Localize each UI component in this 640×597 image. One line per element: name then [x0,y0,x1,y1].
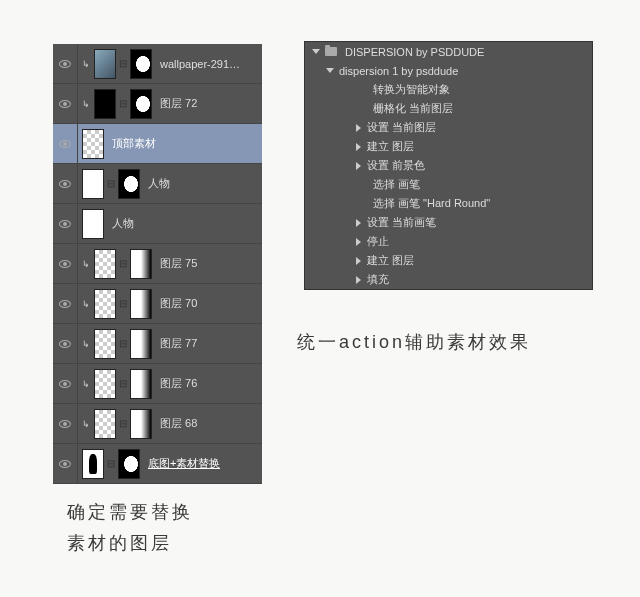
step-label: 停止 [367,234,389,249]
link-icon: ⊟ [118,377,128,391]
visibility-toggle[interactable] [53,140,77,148]
layer-row[interactable]: ⊟底图+素材替换 [53,444,262,484]
folder-icon [325,47,337,56]
chevron-right-icon [353,124,363,132]
layer-name[interactable]: 顶部素材 [112,136,156,151]
action-step[interactable]: 转换为智能对象 [305,80,592,99]
layer-thumb[interactable] [94,329,116,359]
layer-row[interactable]: 人物 [53,204,262,244]
action-step[interactable]: 停止 [305,232,592,251]
action-step[interactable]: 设置 当前图层 [305,118,592,137]
action-step[interactable]: 设置 前景色 [305,156,592,175]
layer-thumb[interactable] [94,409,116,439]
visibility-toggle[interactable] [53,420,77,428]
link-icon: ⊟ [106,177,116,191]
layer-row[interactable]: ↳⊟图层 75 [53,244,262,284]
layer-thumb[interactable] [94,89,116,119]
layer-thumb[interactable] [94,369,116,399]
chevron-right-icon [353,257,363,265]
eye-icon [59,260,71,268]
caption-text: 确定需要替换 [67,497,193,528]
layer-thumb[interactable] [94,289,116,319]
thumb-group: ↳⊟ [78,409,156,439]
chevron-right-icon [353,276,363,284]
thumb-group: ⊟ [78,169,144,199]
step-label: 建立 图层 [367,139,414,154]
mask-thumb[interactable] [130,409,152,439]
visibility-toggle[interactable] [53,260,77,268]
visibility-toggle[interactable] [53,220,77,228]
layer-name[interactable]: 图层 70 [160,296,197,311]
clip-icon: ↳ [82,299,90,309]
link-icon: ⊟ [118,337,128,351]
thumb-group: ⊟ [78,449,144,479]
mask-thumb[interactable] [130,89,152,119]
eye-icon [59,220,71,228]
layer-row[interactable]: ⊟人物 [53,164,262,204]
visibility-toggle[interactable] [53,180,77,188]
chevron-down-icon [325,68,335,73]
layer-name[interactable]: 图层 75 [160,256,197,271]
layer-name[interactable]: 图层 68 [160,416,197,431]
folder-label: DISPERSION by PSDDUDE [345,46,484,58]
visibility-toggle[interactable] [53,60,77,68]
visibility-toggle[interactable] [53,300,77,308]
mask-thumb[interactable] [130,249,152,279]
mask-thumb[interactable] [130,369,152,399]
mask-thumb[interactable] [118,169,140,199]
caption-left: 确定需要替换 素材的图层 [67,497,193,558]
action-step[interactable]: 选择 画笔 [305,175,592,194]
layer-row[interactable]: ↳⊟图层 76 [53,364,262,404]
thumb-group: ↳⊟ [78,369,156,399]
link-icon: ⊟ [118,417,128,431]
link-icon: ⊟ [106,457,116,471]
layer-name[interactable]: wallpaper-291… [160,58,240,70]
layer-name[interactable]: 人物 [148,176,170,191]
eye-icon [59,380,71,388]
layer-thumb[interactable] [94,249,116,279]
layer-row[interactable]: ↳⊟图层 72 [53,84,262,124]
layer-row[interactable]: ↳⊟图层 68 [53,404,262,444]
step-label: 设置 前景色 [367,158,425,173]
action-set-row[interactable]: dispersion 1 by psddude [305,61,592,80]
action-folder-row[interactable]: DISPERSION by PSDDUDE [305,42,592,61]
action-step[interactable]: 填充 [305,270,592,289]
mask-thumb[interactable] [130,329,152,359]
visibility-toggle[interactable] [53,340,77,348]
step-label: 设置 当前图层 [367,120,436,135]
action-step[interactable]: 建立 图层 [305,137,592,156]
layer-thumb[interactable] [82,129,104,159]
action-step[interactable]: 设置 当前画笔 [305,213,592,232]
clip-icon: ↳ [82,379,90,389]
layer-name[interactable]: 图层 76 [160,376,197,391]
chevron-right-icon [353,238,363,246]
layer-thumb[interactable] [82,169,104,199]
layer-row[interactable]: ↳⊟图层 70 [53,284,262,324]
thumb-group: ↳⊟ [78,89,156,119]
layer-row[interactable]: ↳⊟wallpaper-291… [53,44,262,84]
layer-thumb[interactable] [82,209,104,239]
layer-name[interactable]: 图层 77 [160,336,197,351]
action-step[interactable]: 建立 图层 [305,251,592,270]
clip-icon: ↳ [82,259,90,269]
eye-icon [59,140,71,148]
thumb-group: ↳⊟ [78,249,156,279]
layer-thumb[interactable] [94,49,116,79]
action-steps-container: 转换为智能对象栅格化 当前图层设置 当前图层建立 图层设置 前景色选择 画笔选择… [305,80,592,289]
visibility-toggle[interactable] [53,100,77,108]
mask-thumb[interactable] [130,49,152,79]
visibility-toggle[interactable] [53,380,77,388]
layer-name[interactable]: 底图+素材替换 [148,456,220,471]
layer-thumb[interactable] [82,449,104,479]
actions-panel: DISPERSION by PSDDUDE dispersion 1 by ps… [304,41,593,290]
mask-thumb[interactable] [130,289,152,319]
layer-name[interactable]: 图层 72 [160,96,197,111]
action-step[interactable]: 选择 画笔 "Hard Round" [305,194,592,213]
visibility-toggle[interactable] [53,460,77,468]
layer-row[interactable]: 顶部素材 [53,124,262,164]
mask-thumb[interactable] [118,449,140,479]
action-step[interactable]: 栅格化 当前图层 [305,99,592,118]
caption-text: 素材的图层 [67,528,193,559]
layer-row[interactable]: ↳⊟图层 77 [53,324,262,364]
layer-name[interactable]: 人物 [112,216,134,231]
